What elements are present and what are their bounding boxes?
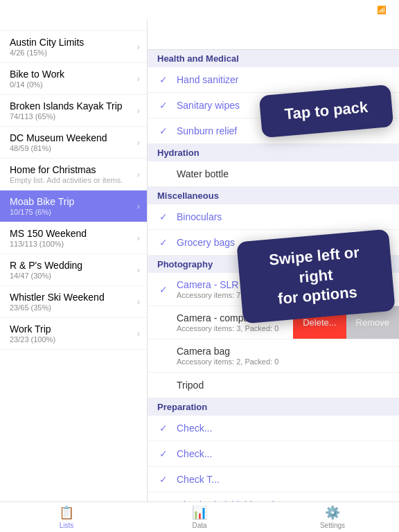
section-header-0: Health and Medical xyxy=(148,50,399,67)
checked-icon: ✓ xyxy=(157,447,170,460)
chevron-icon: › xyxy=(137,42,140,52)
sidebar-list: Austin City Limits 4/26 (15%) › Bike to … xyxy=(0,31,147,502)
chevron-icon: › xyxy=(137,233,140,243)
tab-icon-settings: ⚙️ xyxy=(325,505,340,520)
sidebar-item-content: R & P's Wedding 14/47 (30%) xyxy=(10,260,134,280)
sidebar-item-meta: 74/113 (65%) xyxy=(10,112,134,121)
sidebar-item-work-trip[interactable]: Work Trip 23/23 (100%) › xyxy=(0,318,147,350)
sidebar-item-content: Moab Bike Trip 10/175 (6%) xyxy=(10,196,134,216)
sidebar-item-content: Bike to Work 0/14 (0%) xyxy=(10,69,134,89)
checked-icon: ✓ xyxy=(157,473,170,486)
sidebar-item-name: Austin City Limits xyxy=(10,37,134,48)
list-item-row[interactable]: ✓Binoculars xyxy=(148,204,399,230)
chevron-icon: › xyxy=(137,73,140,84)
sidebar-item-content: MS 150 Weekend 113/113 (100%) xyxy=(10,228,134,248)
list-item-row[interactable]: ✓Check... xyxy=(148,441,399,467)
checked-icon: ✓ xyxy=(157,236,170,249)
chevron-icon: › xyxy=(137,328,140,339)
sidebar-item-meta: 0/14 (0%) xyxy=(10,80,134,89)
section-header-4: Preparation xyxy=(148,398,399,416)
sidebar-item-meta: 14/47 (30%) xyxy=(10,272,134,280)
sidebar-item-austin[interactable]: Austin City Limits 4/26 (15%) › xyxy=(0,31,147,63)
sidebar-header xyxy=(0,19,147,31)
nav-bar xyxy=(148,19,399,50)
sidebar-item-name: Home for Christmas xyxy=(10,164,134,175)
swipe-tooltip: Swipe left or rightfor options xyxy=(236,229,395,324)
tab-bar: 📋 Lists 📊 Data ⚙️ Settings xyxy=(0,502,399,532)
sidebar-item-content: Work Trip 23/23 (100%) xyxy=(10,323,134,344)
tab-label-data: Data xyxy=(192,522,206,529)
unchecked-icon xyxy=(157,168,170,180)
item-label: Check windshield washer xyxy=(177,499,392,502)
item-content: Binoculars xyxy=(177,211,392,222)
sidebar-item-content: Whistler Ski Weekend 23/65 (35%) xyxy=(10,292,134,312)
item-label: Tripod xyxy=(177,380,392,391)
unchecked-icon xyxy=(157,350,170,362)
chevron-icon: › xyxy=(137,296,140,307)
sidebar-item-name: Work Trip xyxy=(10,323,134,335)
item-content: Check... xyxy=(177,448,392,459)
checked-icon: ✓ xyxy=(157,73,170,86)
sidebar-item-meta: 113/113 (100%) xyxy=(10,240,134,248)
wifi-icon: 📶 xyxy=(377,6,387,15)
section-header-1: Hydration xyxy=(148,144,399,161)
status-bar: 📶 xyxy=(0,0,399,19)
tab-icon-data: 📊 xyxy=(192,505,207,520)
item-content: Tripod xyxy=(177,380,392,391)
item-label: Camera bag xyxy=(177,346,392,357)
item-content: Camera bagAccessory items: 2, Packed: 0 xyxy=(177,346,392,366)
item-content: Check T... xyxy=(177,474,392,485)
chevron-icon: › xyxy=(137,105,140,116)
sidebar-item-bike-work[interactable]: Bike to Work 0/14 (0%) › xyxy=(0,63,147,95)
sidebar-item-rp-wedding[interactable]: R & P's Wedding 14/47 (30%) › xyxy=(0,254,147,286)
sidebar-item-name: Whistler Ski Weekend xyxy=(10,292,134,303)
list-item-row[interactable]: ✓Check T... xyxy=(148,467,399,493)
tab-label-lists: Lists xyxy=(60,522,74,529)
status-left xyxy=(8,5,16,15)
list-item-row[interactable]: ✓Check windshield washer xyxy=(148,493,399,502)
sidebar-item-empty: Empty list. Add activities or items. xyxy=(10,176,134,184)
item-label: Check T... xyxy=(177,474,392,485)
tab-data[interactable]: 📊 Data xyxy=(133,505,266,529)
sidebar-item-name: DC Museum Weekend xyxy=(10,132,134,143)
list-item-row[interactable]: Tripod xyxy=(148,373,399,398)
list-item-row[interactable]: Water bottle xyxy=(148,161,399,187)
sidebar-item-name: Bike to Work xyxy=(10,69,134,80)
section-header-2: Miscellaneous xyxy=(148,187,399,204)
sidebar-item-whistler[interactable]: Whistler Ski Weekend 23/65 (35%) › xyxy=(0,286,147,318)
sidebar-item-dc-museum[interactable]: DC Museum Weekend 48/59 (81%) › xyxy=(0,127,147,159)
sidebar-item-content: DC Museum Weekend 48/59 (81%) xyxy=(10,132,134,152)
chevron-icon: › xyxy=(137,137,140,148)
checked-icon: ✓ xyxy=(157,422,170,434)
sidebar-item-meta: 48/59 (81%) xyxy=(10,144,134,152)
sidebar-item-content: Home for Christmas Empty list. Add activ… xyxy=(10,164,134,184)
sidebar-item-meta: 10/175 (6%) xyxy=(10,208,134,216)
sidebar-item-meta: 23/23 (100%) xyxy=(10,335,134,344)
item-label: Binoculars xyxy=(177,211,392,222)
list-item-row[interactable]: Camera bagAccessory items: 2, Packed: 0 xyxy=(148,339,399,373)
sidebar-item-broken-islands[interactable]: Broken Islands Kayak Trip 74/113 (65%) › xyxy=(0,95,147,127)
item-content: Check... xyxy=(177,423,392,434)
checked-icon: ✓ xyxy=(157,499,170,502)
item-label: Check... xyxy=(177,448,392,459)
item-accessories: Accessory items: 2, Packed: 0 xyxy=(177,357,392,366)
list-item-row[interactable]: ✓Check... xyxy=(148,416,399,441)
chevron-icon: › xyxy=(137,201,140,211)
checked-icon: ✓ xyxy=(157,125,170,137)
sidebar-item-meta: 23/65 (35%) xyxy=(10,303,134,312)
sidebar-item-moab[interactable]: Moab Bike Trip 10/175 (6%) › xyxy=(0,190,147,222)
sidebar: Austin City Limits 4/26 (15%) › Bike to … xyxy=(0,19,148,502)
sidebar-item-ms150[interactable]: MS 150 Weekend 113/113 (100%) › xyxy=(0,222,147,254)
sidebar-item-name: R & P's Wedding xyxy=(10,260,134,271)
checked-icon: ✓ xyxy=(157,211,170,223)
tab-label-settings: Settings xyxy=(320,522,345,529)
chevron-icon: › xyxy=(137,169,140,179)
item-content: Check windshield washer xyxy=(177,499,392,502)
sidebar-item-home-christmas[interactable]: Home for Christmas Empty list. Add activ… xyxy=(0,159,147,190)
sidebar-item-name: Moab Bike Trip xyxy=(10,196,134,207)
sidebar-item-name: Broken Islands Kayak Trip xyxy=(10,100,134,112)
tab-lists[interactable]: 📋 Lists xyxy=(0,505,133,529)
checked-icon: ✓ xyxy=(157,99,170,112)
tab-settings[interactable]: ⚙️ Settings xyxy=(266,505,399,529)
app-container: Austin City Limits 4/26 (15%) › Bike to … xyxy=(0,19,399,502)
